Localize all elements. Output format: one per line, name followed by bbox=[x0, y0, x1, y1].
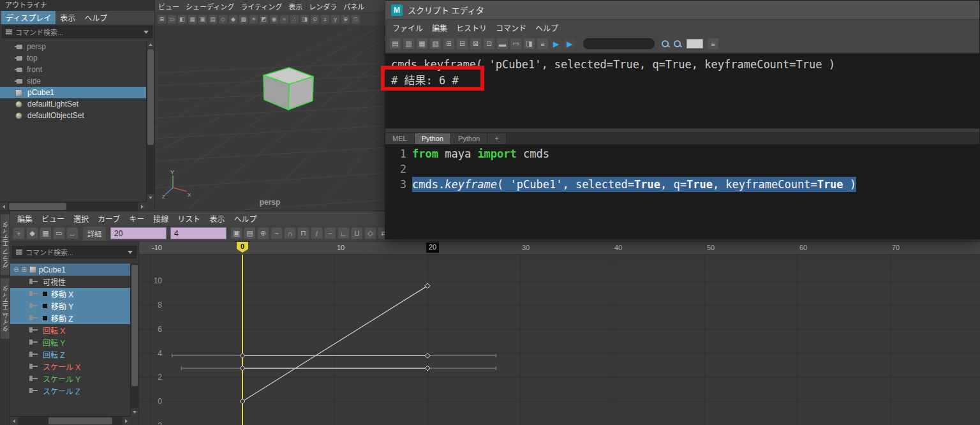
keyframe-translateX-20[interactable] bbox=[425, 353, 430, 358]
xray-icon[interactable]: ◨ bbox=[300, 15, 309, 24]
collapse-icon[interactable]: ⊖ bbox=[13, 266, 19, 273]
script-editor-menu-3[interactable]: コマンド bbox=[491, 21, 531, 34]
channel-row-0[interactable]: ⊖⊞pCube1 bbox=[10, 264, 130, 276]
stats-time-field[interactable] bbox=[110, 227, 167, 239]
frame-all-icon[interactable]: □ bbox=[351, 15, 360, 24]
outliner-search[interactable]: コマンド検索... bbox=[2, 26, 152, 38]
isolate-select-icon[interactable]: ⊙ bbox=[310, 15, 320, 24]
viewport-menu-0[interactable]: ビュー bbox=[155, 0, 182, 13]
keyframe-translateY-20[interactable] bbox=[425, 283, 430, 288]
outliner-item-side[interactable]: side bbox=[0, 75, 146, 87]
script-tab-3[interactable]: + bbox=[487, 133, 506, 144]
script-input-editor[interactable]: 1from maya import cmds2 3cmds.keyframe( … bbox=[385, 144, 979, 239]
graph-editor-menu-5[interactable]: 接線 bbox=[149, 212, 173, 225]
scroll-left-icon[interactable] bbox=[0, 202, 8, 211]
outliner-item-defaultObjectSet[interactable]: defaultObjectSet bbox=[0, 110, 146, 121]
clamped-tangent-icon[interactable]: ⊓ bbox=[297, 227, 309, 239]
script-tab-0[interactable]: MEL bbox=[385, 133, 415, 144]
pcube-object[interactable] bbox=[257, 64, 321, 118]
details-button[interactable]: 詳細 bbox=[82, 226, 107, 241]
viewport-menu-5[interactable]: パネル bbox=[340, 0, 368, 13]
center-current-time-icon[interactable]: ⊕ bbox=[257, 227, 269, 239]
scroll-down-icon[interactable] bbox=[147, 194, 154, 202]
viewport-canvas[interactable]: Y X Z persp bbox=[155, 26, 385, 211]
graph-editor-menu-4[interactable]: キー bbox=[124, 212, 149, 225]
script-editor-titlebar[interactable]: M スクリプト エディタ bbox=[385, 1, 979, 20]
ambient-occlusion-icon[interactable]: ◉ bbox=[269, 15, 279, 24]
channel-row-6[interactable]: 回転 Y bbox=[10, 336, 130, 348]
expand-all-icon[interactable]: ⊞ bbox=[21, 266, 26, 273]
graph-editor-menu-6[interactable]: リスト bbox=[173, 212, 205, 225]
script-editor-menu-2[interactable]: ヒストリ bbox=[452, 21, 491, 34]
line-numbers-icon[interactable]: ≡ bbox=[537, 38, 549, 50]
channel-row-3[interactable]: 移動 Y bbox=[10, 300, 130, 312]
viewport-menu-3[interactable]: 表示 bbox=[285, 0, 306, 13]
outliner-menu-0[interactable]: ディスプレイ bbox=[1, 11, 56, 24]
channel-row-4[interactable]: 移動 Z bbox=[10, 312, 130, 324]
buffer-curve-snapshot-icon[interactable]: ◇ bbox=[364, 227, 376, 239]
frame-all-icon[interactable]: ▣ bbox=[230, 227, 242, 239]
safe-action-icon[interactable]: ▣ bbox=[198, 15, 207, 24]
move-nearest-key-icon[interactable]: + bbox=[13, 227, 25, 239]
panel-tab-1[interactable]: タイム エディタ bbox=[1, 278, 10, 339]
channel-row-10[interactable]: スケール Z bbox=[10, 385, 130, 397]
outliner-item-top[interactable]: top bbox=[0, 52, 146, 64]
film-gate-icon[interactable]: ▭ bbox=[167, 15, 177, 24]
outliner-item-front[interactable]: front bbox=[0, 64, 146, 75]
save-script-icon[interactable]: ▦ bbox=[416, 38, 428, 50]
graph-editor-menu-2[interactable]: 選択 bbox=[69, 212, 93, 225]
script-editor-menu-4[interactable]: ヘルプ bbox=[531, 21, 563, 34]
keyframe-translateZ-0[interactable] bbox=[240, 366, 245, 371]
search-next-icon[interactable] bbox=[660, 38, 671, 49]
shaded-icon[interactable]: ◆ bbox=[228, 15, 238, 24]
viewport-menu-2[interactable]: ライティング bbox=[237, 0, 285, 13]
timeline-ruler[interactable]: -10010203040506070 bbox=[139, 242, 980, 255]
echo-commands-icon[interactable]: ◨ bbox=[523, 38, 535, 50]
wireframe-icon[interactable]: ◇ bbox=[218, 15, 228, 24]
channel-hscrollbar[interactable] bbox=[10, 416, 130, 425]
code-line-3[interactable]: 3cmds.keyframe( 'pCube1', selected=True,… bbox=[385, 177, 979, 192]
viewport-menu-1[interactable]: シェーディング bbox=[182, 0, 237, 13]
linear-tangent-icon[interactable]: / bbox=[311, 227, 323, 239]
scroll-up-icon[interactable] bbox=[147, 41, 154, 48]
textured-icon[interactable]: ▩ bbox=[239, 15, 248, 24]
safe-title-icon[interactable]: ▤ bbox=[208, 15, 218, 24]
code-line-2[interactable]: 2 bbox=[385, 161, 979, 177]
gamma-icon[interactable]: γ bbox=[330, 15, 340, 24]
source-script-icon[interactable]: ▥ bbox=[403, 38, 415, 50]
step-tangent-icon[interactable]: ∟ bbox=[338, 227, 350, 239]
script-editor-splitter[interactable] bbox=[385, 128, 979, 133]
current-time-marker[interactable]: 0 bbox=[237, 242, 248, 253]
execute-all-icon[interactable]: ▶ bbox=[563, 38, 575, 50]
curve-canvas[interactable]: 1086420-2 bbox=[139, 255, 980, 425]
script-tab-1[interactable]: Python bbox=[415, 133, 451, 144]
graph-editor-menu-7[interactable]: 表示 bbox=[205, 212, 229, 225]
clear-input-icon[interactable]: ⊟ bbox=[456, 38, 468, 50]
clear-history-icon[interactable]: ⊠ bbox=[470, 38, 482, 50]
scrollbar-thumb[interactable] bbox=[48, 417, 112, 424]
outliner-hscrollbar[interactable] bbox=[0, 202, 146, 211]
scroll-left-icon[interactable] bbox=[10, 417, 18, 425]
scrollbar-thumb[interactable] bbox=[147, 49, 154, 145]
spline-tangent-icon[interactable]: ∩ bbox=[284, 227, 296, 239]
keyframe-translateZ-20[interactable] bbox=[425, 366, 430, 371]
channel-row-2[interactable]: 移動 X bbox=[10, 288, 130, 300]
retime-keys-icon[interactable]: ↔ bbox=[66, 227, 78, 239]
indent-guides-icon[interactable]: ≡ bbox=[707, 38, 719, 50]
outliner-vscrollbar[interactable] bbox=[146, 41, 154, 202]
channel-row-7[interactable]: 回転 Z bbox=[10, 348, 130, 361]
use-lights-icon[interactable]: ☀ bbox=[249, 15, 258, 24]
stats-value-field[interactable] bbox=[170, 227, 226, 239]
history-panel-icon[interactable]: ▬ bbox=[496, 38, 509, 50]
panel-tab-0[interactable]: グラフ エディタ bbox=[1, 214, 10, 275]
graph-editor-menu-1[interactable]: ビュー bbox=[37, 212, 69, 225]
channel-row-8[interactable]: スケール X bbox=[10, 361, 130, 373]
outliner-item-pCube1[interactable]: pCube1 bbox=[0, 87, 146, 98]
channel-row-9[interactable]: スケール Y bbox=[10, 373, 130, 385]
channel-vscrollbar[interactable] bbox=[130, 264, 138, 416]
channel-row-5[interactable]: 回転 X bbox=[10, 324, 130, 336]
scroll-right-icon[interactable] bbox=[138, 202, 146, 211]
chevron-down-icon[interactable] bbox=[128, 251, 133, 254]
field-chart-icon[interactable]: ▦ bbox=[188, 15, 197, 24]
flat-tangent-icon[interactable]: − bbox=[324, 227, 336, 239]
